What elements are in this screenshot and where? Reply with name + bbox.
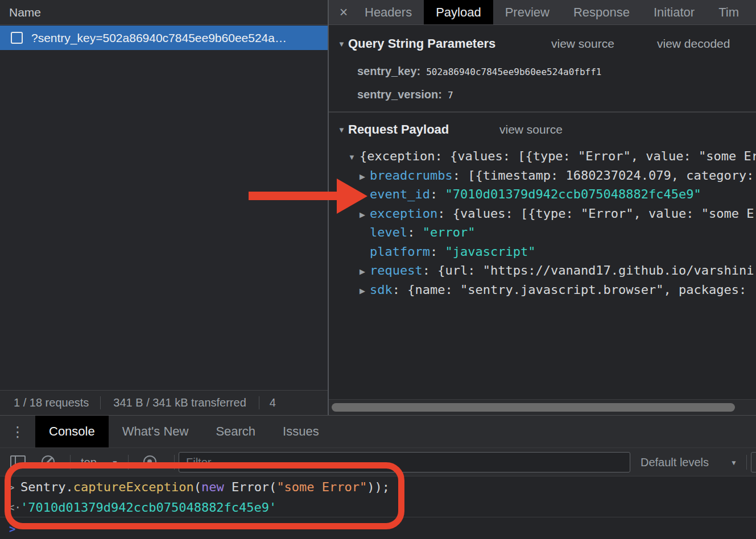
tree-row-root[interactable]: ▼{exception: {values: [{type: "Error", v… [329,147,756,166]
tree-key: request [370,263,423,277]
tree-preview-text: [{timestamp: 1680237024.079, category: [468,168,756,183]
name-column-label: Name [9,6,41,19]
tree-key: event_id [370,187,430,201]
tree-preview-text: {exception: {values: [{type: "Error", va… [360,149,756,163]
details-tab-bar: × Headers Payload Preview Response Initi… [329,0,756,25]
close-icon[interactable]: × [329,0,353,24]
settings-button-partial[interactable] [751,452,756,472]
tab-timing[interactable]: Tim [707,0,751,24]
horizontal-scrollbar[interactable] [329,399,756,415]
tree-row-platform[interactable]: platform: "javascript" [329,242,756,262]
tab-payload[interactable]: Payload [424,0,493,24]
tree-string-value: "7010d01379d942ccb075048882fc45e9" [445,187,701,201]
tab-console[interactable]: Console [35,416,109,447]
overflow-menu-icon[interactable]: ⋮ [0,416,35,447]
scrollbar-thumb[interactable] [332,403,735,412]
tab-preview[interactable]: Preview [493,0,561,24]
tree-preview-text: {values: [{type: "Error", value: "some E [453,206,754,221]
tree-row-request[interactable]: ▶request: {url: "https://vanand17.github… [329,261,756,280]
tree-string-value: "error" [423,225,476,239]
tab-whats-new[interactable]: What's New [109,416,203,447]
request-checkbox[interactable] [11,32,23,44]
annotation-arrow-shaft [249,192,337,200]
section-divider [329,111,756,113]
tree-row-breadcrumbs[interactable]: ▶breadcrumbs: [{timestamp: 1680237024.07… [329,166,756,185]
expander-icon[interactable]: ▶ [360,262,370,280]
tree-key: breadcrumbs [370,168,453,183]
network-request-row[interactable]: ?sentry_key=502a86940c7845ee9b60ee524a… [0,26,328,50]
triangle-expanded-icon[interactable]: ▼ [338,40,348,48]
tree-key: sdk [370,283,393,297]
view-source-link[interactable]: view source [551,36,614,52]
expander-icon[interactable]: ▶ [360,281,370,300]
query-string-title: Query String Parameters [348,36,495,51]
tree-row-event-id[interactable]: event_id: "7010d01379d942ccb075048882fc4… [329,185,756,204]
tree-key: exception [370,206,437,221]
network-name-column-header[interactable]: Name [0,0,328,25]
triangle-expanded-icon[interactable]: ▼ [338,126,348,134]
annotation-highlight-box [5,462,404,529]
param-value: 7 [448,90,453,101]
param-name: sentry_key: [357,65,420,77]
tree-row-sdk[interactable]: ▶sdk: {name: "sentry.javascript.browser"… [329,280,756,300]
chevron-down-icon: ▼ [730,459,737,467]
drawer-tab-bar: ⋮ Console What's New Search Issues [0,416,756,447]
expander-icon[interactable]: ▼ [348,148,360,166]
request-payload-title: Request Payload [348,122,449,137]
tree-key: level [370,225,407,239]
tree-key: platform [370,244,430,259]
tree-preview-text: {name: "sentry.javascript.browser", pack… [407,283,754,297]
toolbar-divider [746,455,747,470]
tree-row-level[interactable]: level: "error" [329,223,756,242]
view-source-link[interactable]: view source [499,122,563,138]
payload-json-tree: ▼{exception: {values: [{type: "Error", v… [329,147,756,299]
tree-row-exception[interactable]: ▶exception: {values: [{type: "Error", va… [329,204,756,223]
requests-count: 1 / 18 requests [0,396,100,409]
tab-search[interactable]: Search [202,416,269,447]
tab-issues[interactable]: Issues [269,416,333,447]
network-panel: Name ?sentry_key=502a86940c7845ee9b60ee5… [0,0,328,415]
tab-headers[interactable]: Headers [353,0,424,24]
annotation-arrow-head-icon [337,179,367,214]
request-name-label: ?sentry_key=502a86940c7845ee9b60ee524a… [31,31,287,45]
query-string-section-header: ▼ Query String Parameters view source vi… [338,36,756,52]
param-row: sentry_version:7 [329,83,756,106]
query-params-list: sentry_key:502a86940c7845ee9b60ee524a0fb… [329,60,756,106]
param-value: 502a86940c7845ee9b60ee524a0fbff1 [426,67,601,77]
log-levels-dropdown[interactable]: Default levels [641,448,709,476]
request-payload-section-header: ▼ Request Payload view source [338,122,756,138]
param-row: sentry_key:502a86940c7845ee9b60ee524a0fb… [329,60,756,83]
param-name: sentry_version: [357,88,442,101]
request-details-panel: × Headers Payload Preview Response Initi… [329,0,756,415]
view-decoded-link[interactable]: view decoded [657,36,730,52]
transferred-size: 341 B / 341 kB transferred [101,396,258,409]
network-status-bar: 1 / 18 requests 341 B / 341 kB transferr… [0,390,328,415]
tab-initiator[interactable]: Initiator [642,0,707,24]
resources-size: 4 [259,396,276,409]
tab-response[interactable]: Response [561,0,642,24]
tree-preview-text: {url: "https://vanand17.github.io/varshi… [437,263,754,277]
tree-string-value: "javascript" [445,244,535,259]
